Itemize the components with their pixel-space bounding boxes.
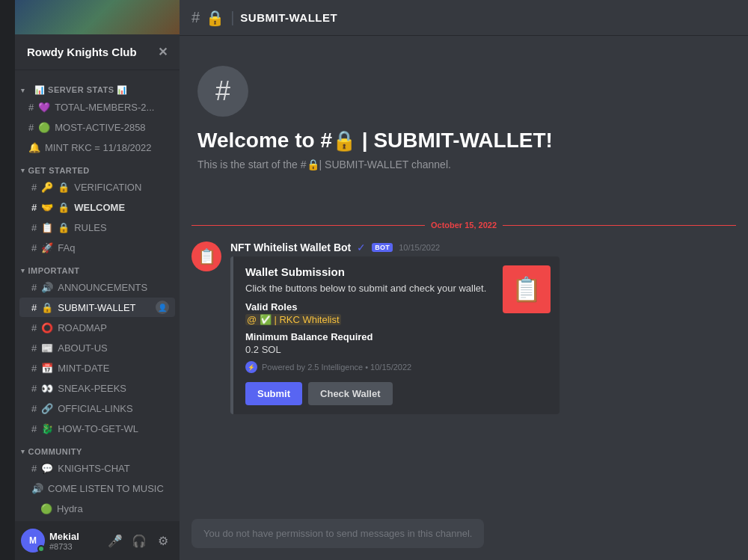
embed-footer: ⚡ Powered by 2.5 Intelligence • 10/15/20… bbox=[245, 361, 548, 373]
mute-button[interactable]: 🎤 bbox=[105, 530, 126, 551]
settings-button[interactable]: ⚙ bbox=[153, 530, 174, 551]
welcome-subtitle: This is the start of the #🔒| SUBMIT-WALL… bbox=[197, 159, 730, 170]
verified-badge: ✓ bbox=[357, 241, 366, 253]
category-community[interactable]: ▾ COMMUNITY bbox=[15, 444, 180, 458]
channel-most-active[interactable]: # 🟢 MOST-ACTIVE-2858 bbox=[19, 117, 175, 137]
role-mention: @ ✅ | RKC Whitelist bbox=[245, 314, 341, 325]
embed-buttons: Submit Check Wallet bbox=[245, 382, 548, 405]
lock-icon: 🔒 bbox=[41, 302, 53, 313]
hash-symbol: # bbox=[215, 76, 230, 107]
embed-field-min-balance: Minimum Balance Required 0.2 SOL bbox=[245, 331, 548, 355]
channel-mint-date[interactable]: # 📅 MINT-DATE bbox=[19, 358, 175, 378]
channel-hash-icon: # bbox=[28, 102, 34, 113]
category-label: ⠀📊 SERVER STATS 📊 bbox=[28, 85, 128, 95]
main-content: # 🔒 | SUBMIT-WALLET # Welcome to #🔒 | SU… bbox=[180, 0, 748, 560]
channel-about-us[interactable]: # 📰 ABOUT-US bbox=[19, 338, 175, 357]
date-divider: October 15, 2022 bbox=[180, 215, 748, 236]
speaker-icon: 🔔 bbox=[28, 142, 40, 153]
user-avatar: M bbox=[21, 529, 45, 553]
channel-hash-icon: # bbox=[28, 122, 34, 133]
handshake-icon: 🤝 bbox=[41, 202, 53, 213]
submit-button[interactable]: Submit bbox=[245, 382, 302, 405]
channel-roadmap[interactable]: # ⭕ ROADMAP bbox=[19, 318, 175, 337]
user-bar: M Mekial #8733 🎤 🎧 ⚙ bbox=[15, 521, 180, 560]
no-permission-bar: You do not have permission to send messa… bbox=[191, 519, 484, 548]
category-label: GET STARTED bbox=[28, 166, 90, 175]
server-sidebar: Rowdy Knights Club ✕ ▾ ⠀📊 SERVER STATS 📊… bbox=[15, 0, 180, 560]
green-circle-icon: 🟢 bbox=[38, 122, 50, 133]
date-divider-text: October 15, 2022 bbox=[431, 221, 497, 230]
chevron-icon: ▾ bbox=[21, 87, 25, 94]
link-icon: 🔗 bbox=[41, 403, 53, 414]
user-controls: 🎤 🎧 ⚙ bbox=[105, 530, 174, 551]
channel-header-name: SUBMIT-WALLET bbox=[240, 11, 337, 24]
server-header[interactable]: Rowdy Knights Club ✕ bbox=[15, 34, 180, 70]
channel-list: ▾ ⠀📊 SERVER STATS 📊 # 💜 TOTAL-MEMBERS-2.… bbox=[15, 70, 180, 521]
online-status-dot bbox=[37, 545, 45, 553]
hash-icon: # bbox=[31, 463, 37, 474]
deafen-button[interactable]: 🎧 bbox=[129, 530, 150, 551]
lock-icon: 🔒 bbox=[58, 182, 70, 193]
message-author: NFT Whitelist Wallet Bot bbox=[230, 241, 351, 253]
rocket-icon: 🚀 bbox=[41, 242, 53, 253]
hash-icon: # bbox=[31, 403, 37, 414]
channel-welcome[interactable]: # 🤝 🔒 WELCOME bbox=[19, 197, 175, 217]
messages-area: # Welcome to #🔒 | SUBMIT-WALLET! This is… bbox=[180, 36, 748, 560]
lock-emoji: 🔒 bbox=[332, 129, 356, 152]
lock-icon: 🔒 bbox=[58, 202, 70, 213]
message-embed: 📋 Wallet Submission Click the buttons be… bbox=[230, 256, 560, 414]
user-icon: 👤 bbox=[156, 301, 169, 314]
avatar-initials: M bbox=[29, 535, 37, 546]
date-line-right bbox=[503, 225, 736, 226]
channel-how-to-get-wl[interactable]: # 🐉 HOW-TO-GET-WL bbox=[19, 419, 175, 438]
date-line-left bbox=[191, 225, 425, 226]
message-header: NFT Whitelist Wallet Bot ✓ BOT 10/15/202… bbox=[230, 241, 736, 253]
channel-total-members[interactable]: # 💜 TOTAL-MEMBERS-2... bbox=[19, 97, 175, 117]
channel-welcome: # Welcome to #🔒 | SUBMIT-WALLET! This is… bbox=[180, 36, 748, 215]
channel-sneak-peeks[interactable]: # 👀 SNEAK-PEEKS bbox=[19, 378, 175, 398]
speaker-icon: 🔊 bbox=[31, 483, 43, 494]
user-discriminator: #8733 bbox=[49, 542, 100, 551]
hash-icon: # bbox=[31, 202, 37, 213]
check-wallet-button[interactable]: Check Wallet bbox=[308, 382, 392, 405]
channel-lock-icon: 🔒 bbox=[206, 9, 224, 27]
category-important[interactable]: ▾ IMPORTANT bbox=[15, 263, 180, 277]
category-server-stats[interactable]: ▾ ⠀📊 SERVER STATS 📊 bbox=[15, 82, 180, 96]
channel-hash-icon: # bbox=[191, 9, 200, 26]
channel-official-links[interactable]: # 🔗 OFFICIAL-LINKS bbox=[19, 399, 175, 418]
channel-hydra-user[interactable]: 🟢 Hydra bbox=[19, 499, 175, 518]
heart-icon: 💜 bbox=[38, 102, 50, 113]
hash-icon: # bbox=[31, 363, 37, 374]
discord-icon-bar bbox=[0, 0, 15, 560]
category-get-started[interactable]: ▾ GET STARTED bbox=[15, 163, 180, 176]
user-info: Mekial #8733 bbox=[49, 531, 100, 551]
header-divider: | bbox=[230, 9, 234, 26]
no-permission-text: You do not have permission to send messa… bbox=[203, 528, 472, 539]
dragon-icon: 🐉 bbox=[41, 423, 53, 434]
field-value-min-balance: 0.2 SOL bbox=[245, 344, 548, 355]
channel-submit-wallet[interactable]: # 🔒 SUBMIT-WALLET 👤 bbox=[19, 298, 175, 317]
welcome-icon: # bbox=[197, 66, 248, 117]
channel-rules[interactable]: # 📋 🔒 RULES bbox=[19, 218, 175, 237]
channel-verification[interactable]: # 🔑 🔒 VERIFICATION bbox=[19, 177, 175, 197]
field-value-valid-roles: @ ✅ | RKC Whitelist bbox=[245, 314, 548, 325]
field-name-min-balance: Minimum Balance Required bbox=[245, 331, 548, 342]
channel-header: # 🔒 | SUBMIT-WALLET bbox=[180, 0, 748, 36]
eyes-icon: 👀 bbox=[41, 383, 53, 394]
server-banner bbox=[15, 0, 180, 34]
channel-knights-chat[interactable]: # 💬 KNIGHTS-CHAT bbox=[19, 458, 175, 478]
username: Mekial bbox=[49, 531, 100, 542]
chat-icon: 💬 bbox=[41, 463, 53, 474]
channel-mint-rkc[interactable]: 🔔 MINT RKC = 11/18/2022 bbox=[19, 138, 175, 157]
embed-footer-text: Powered by 2.5 Intelligence • 10/15/2022 bbox=[262, 363, 411, 372]
hash-icon: # bbox=[31, 222, 37, 233]
channel-announcements[interactable]: # 🔊 ANNOUNCEMENTS bbox=[19, 277, 175, 297]
channel-faq[interactable]: # 🚀 FAq bbox=[19, 238, 175, 257]
lock-icon: 🔒 bbox=[58, 222, 70, 233]
chevron-icon: ▾ bbox=[21, 267, 25, 274]
channel-come-listen[interactable]: 🔊 COME LISTEN TO MUSIC bbox=[19, 479, 175, 498]
message-content: NFT Whitelist Wallet Bot ✓ BOT 10/15/202… bbox=[230, 241, 736, 414]
key-icon: 🔑 bbox=[41, 182, 53, 193]
hash-icon: # bbox=[31, 383, 37, 394]
hash-icon: # bbox=[31, 423, 37, 434]
